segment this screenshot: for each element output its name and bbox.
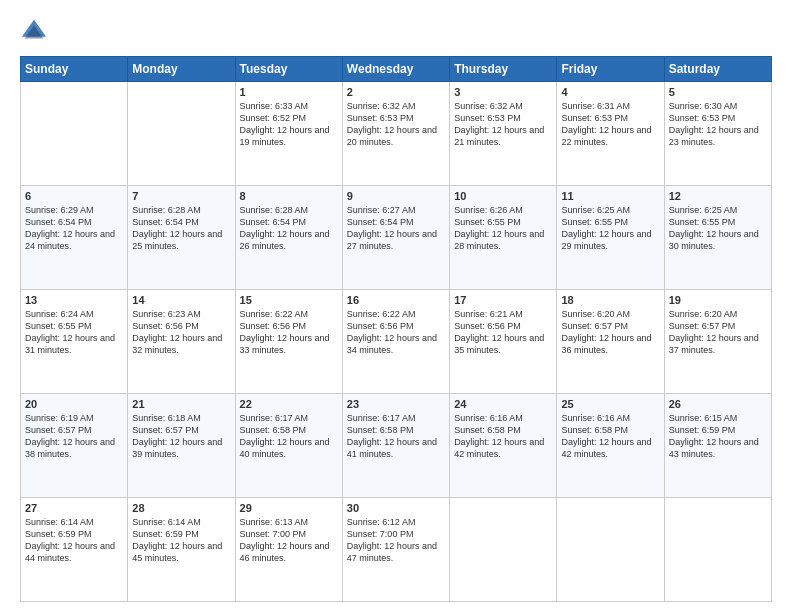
cell-info: Sunrise: 6:29 AMSunset: 6:54 PMDaylight:…: [25, 204, 123, 253]
page: SundayMondayTuesdayWednesdayThursdayFrid…: [0, 0, 792, 612]
cell-info: Sunrise: 6:22 AMSunset: 6:56 PMDaylight:…: [240, 308, 338, 357]
calendar-week-5: 27Sunrise: 6:14 AMSunset: 6:59 PMDayligh…: [21, 498, 772, 602]
calendar-cell: 10Sunrise: 6:26 AMSunset: 6:55 PMDayligh…: [450, 186, 557, 290]
day-number: 29: [240, 502, 338, 514]
cell-info: Sunrise: 6:23 AMSunset: 6:56 PMDaylight:…: [132, 308, 230, 357]
calendar-week-3: 13Sunrise: 6:24 AMSunset: 6:55 PMDayligh…: [21, 290, 772, 394]
day-number: 18: [561, 294, 659, 306]
day-number: 7: [132, 190, 230, 202]
col-header-monday: Monday: [128, 57, 235, 82]
col-header-friday: Friday: [557, 57, 664, 82]
calendar-cell: 24Sunrise: 6:16 AMSunset: 6:58 PMDayligh…: [450, 394, 557, 498]
calendar-cell: 21Sunrise: 6:18 AMSunset: 6:57 PMDayligh…: [128, 394, 235, 498]
calendar-cell: [664, 498, 771, 602]
day-number: 12: [669, 190, 767, 202]
calendar-cell: 20Sunrise: 6:19 AMSunset: 6:57 PMDayligh…: [21, 394, 128, 498]
calendar-cell: 1Sunrise: 6:33 AMSunset: 6:52 PMDaylight…: [235, 82, 342, 186]
day-number: 13: [25, 294, 123, 306]
day-number: 9: [347, 190, 445, 202]
day-number: 19: [669, 294, 767, 306]
day-number: 4: [561, 86, 659, 98]
cell-info: Sunrise: 6:22 AMSunset: 6:56 PMDaylight:…: [347, 308, 445, 357]
calendar-cell: [128, 82, 235, 186]
day-number: 17: [454, 294, 552, 306]
calendar-cell: 2Sunrise: 6:32 AMSunset: 6:53 PMDaylight…: [342, 82, 449, 186]
calendar-cell: 30Sunrise: 6:12 AMSunset: 7:00 PMDayligh…: [342, 498, 449, 602]
day-number: 28: [132, 502, 230, 514]
day-number: 5: [669, 86, 767, 98]
cell-info: Sunrise: 6:15 AMSunset: 6:59 PMDaylight:…: [669, 412, 767, 461]
day-number: 22: [240, 398, 338, 410]
col-header-sunday: Sunday: [21, 57, 128, 82]
calendar-cell: 26Sunrise: 6:15 AMSunset: 6:59 PMDayligh…: [664, 394, 771, 498]
calendar-cell: 4Sunrise: 6:31 AMSunset: 6:53 PMDaylight…: [557, 82, 664, 186]
calendar-cell: [21, 82, 128, 186]
day-number: 3: [454, 86, 552, 98]
cell-info: Sunrise: 6:28 AMSunset: 6:54 PMDaylight:…: [240, 204, 338, 253]
calendar-cell: 17Sunrise: 6:21 AMSunset: 6:56 PMDayligh…: [450, 290, 557, 394]
day-number: 21: [132, 398, 230, 410]
day-number: 27: [25, 502, 123, 514]
calendar-cell: 16Sunrise: 6:22 AMSunset: 6:56 PMDayligh…: [342, 290, 449, 394]
cell-info: Sunrise: 6:17 AMSunset: 6:58 PMDaylight:…: [347, 412, 445, 461]
calendar-cell: 13Sunrise: 6:24 AMSunset: 6:55 PMDayligh…: [21, 290, 128, 394]
calendar-cell: [450, 498, 557, 602]
calendar-cell: 6Sunrise: 6:29 AMSunset: 6:54 PMDaylight…: [21, 186, 128, 290]
day-number: 14: [132, 294, 230, 306]
calendar-cell: 22Sunrise: 6:17 AMSunset: 6:58 PMDayligh…: [235, 394, 342, 498]
cell-info: Sunrise: 6:25 AMSunset: 6:55 PMDaylight:…: [561, 204, 659, 253]
calendar-cell: 18Sunrise: 6:20 AMSunset: 6:57 PMDayligh…: [557, 290, 664, 394]
cell-info: Sunrise: 6:24 AMSunset: 6:55 PMDaylight:…: [25, 308, 123, 357]
calendar-cell: 25Sunrise: 6:16 AMSunset: 6:58 PMDayligh…: [557, 394, 664, 498]
day-number: 25: [561, 398, 659, 410]
calendar-cell: 3Sunrise: 6:32 AMSunset: 6:53 PMDaylight…: [450, 82, 557, 186]
calendar-cell: 19Sunrise: 6:20 AMSunset: 6:57 PMDayligh…: [664, 290, 771, 394]
logo: [20, 18, 52, 46]
logo-icon: [20, 18, 48, 46]
cell-info: Sunrise: 6:20 AMSunset: 6:57 PMDaylight:…: [561, 308, 659, 357]
cell-info: Sunrise: 6:21 AMSunset: 6:56 PMDaylight:…: [454, 308, 552, 357]
calendar-cell: 14Sunrise: 6:23 AMSunset: 6:56 PMDayligh…: [128, 290, 235, 394]
calendar-cell: 5Sunrise: 6:30 AMSunset: 6:53 PMDaylight…: [664, 82, 771, 186]
calendar-cell: 15Sunrise: 6:22 AMSunset: 6:56 PMDayligh…: [235, 290, 342, 394]
cell-info: Sunrise: 6:27 AMSunset: 6:54 PMDaylight:…: [347, 204, 445, 253]
calendar-week-2: 6Sunrise: 6:29 AMSunset: 6:54 PMDaylight…: [21, 186, 772, 290]
calendar-cell: 7Sunrise: 6:28 AMSunset: 6:54 PMDaylight…: [128, 186, 235, 290]
calendar-week-4: 20Sunrise: 6:19 AMSunset: 6:57 PMDayligh…: [21, 394, 772, 498]
cell-info: Sunrise: 6:16 AMSunset: 6:58 PMDaylight:…: [454, 412, 552, 461]
calendar-cell: 11Sunrise: 6:25 AMSunset: 6:55 PMDayligh…: [557, 186, 664, 290]
cell-info: Sunrise: 6:31 AMSunset: 6:53 PMDaylight:…: [561, 100, 659, 149]
cell-info: Sunrise: 6:28 AMSunset: 6:54 PMDaylight:…: [132, 204, 230, 253]
cell-info: Sunrise: 6:14 AMSunset: 6:59 PMDaylight:…: [132, 516, 230, 565]
cell-info: Sunrise: 6:16 AMSunset: 6:58 PMDaylight:…: [561, 412, 659, 461]
cell-info: Sunrise: 6:14 AMSunset: 6:59 PMDaylight:…: [25, 516, 123, 565]
calendar-cell: [557, 498, 664, 602]
cell-info: Sunrise: 6:33 AMSunset: 6:52 PMDaylight:…: [240, 100, 338, 149]
calendar-cell: 28Sunrise: 6:14 AMSunset: 6:59 PMDayligh…: [128, 498, 235, 602]
day-number: 26: [669, 398, 767, 410]
day-number: 20: [25, 398, 123, 410]
calendar-cell: 8Sunrise: 6:28 AMSunset: 6:54 PMDaylight…: [235, 186, 342, 290]
calendar-cell: 9Sunrise: 6:27 AMSunset: 6:54 PMDaylight…: [342, 186, 449, 290]
day-number: 23: [347, 398, 445, 410]
calendar-table: SundayMondayTuesdayWednesdayThursdayFrid…: [20, 56, 772, 602]
day-number: 2: [347, 86, 445, 98]
day-number: 30: [347, 502, 445, 514]
calendar-week-1: 1Sunrise: 6:33 AMSunset: 6:52 PMDaylight…: [21, 82, 772, 186]
day-number: 15: [240, 294, 338, 306]
day-number: 8: [240, 190, 338, 202]
cell-info: Sunrise: 6:32 AMSunset: 6:53 PMDaylight:…: [347, 100, 445, 149]
cell-info: Sunrise: 6:26 AMSunset: 6:55 PMDaylight:…: [454, 204, 552, 253]
col-header-saturday: Saturday: [664, 57, 771, 82]
calendar-cell: 27Sunrise: 6:14 AMSunset: 6:59 PMDayligh…: [21, 498, 128, 602]
col-header-tuesday: Tuesday: [235, 57, 342, 82]
calendar-cell: 23Sunrise: 6:17 AMSunset: 6:58 PMDayligh…: [342, 394, 449, 498]
calendar-cell: 29Sunrise: 6:13 AMSunset: 7:00 PMDayligh…: [235, 498, 342, 602]
cell-info: Sunrise: 6:20 AMSunset: 6:57 PMDaylight:…: [669, 308, 767, 357]
calendar-cell: 12Sunrise: 6:25 AMSunset: 6:55 PMDayligh…: [664, 186, 771, 290]
day-number: 1: [240, 86, 338, 98]
calendar-header-row: SundayMondayTuesdayWednesdayThursdayFrid…: [21, 57, 772, 82]
col-header-thursday: Thursday: [450, 57, 557, 82]
cell-info: Sunrise: 6:30 AMSunset: 6:53 PMDaylight:…: [669, 100, 767, 149]
header: [20, 18, 772, 46]
